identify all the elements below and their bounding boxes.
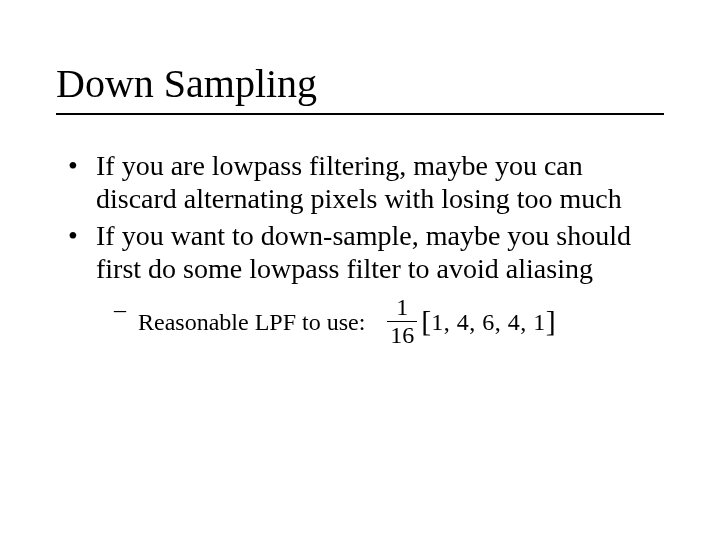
bullet-list: If you are lowpass filtering, maybe you … xyxy=(68,149,664,349)
bullet-text: If you are lowpass filtering, maybe you … xyxy=(96,150,622,214)
title-underline xyxy=(56,113,664,115)
lpf-formula: 1 16 [ 1, 4, 6, 4, 1 ] xyxy=(387,295,556,348)
fraction-denominator: 16 xyxy=(387,323,417,348)
sub-bullet-list: Reasonable LPF to use: 1 16 [ 1, 4, 6, 4… xyxy=(114,295,664,348)
filter-coefficients: 1, 4, 6, 4, 1 xyxy=(431,308,546,336)
list-item: If you are lowpass filtering, maybe you … xyxy=(68,149,664,215)
fraction: 1 16 xyxy=(387,295,417,348)
slide: Down Sampling If you are lowpass filteri… xyxy=(0,0,720,540)
sub-bullet-text: Reasonable LPF to use: xyxy=(138,308,365,336)
fraction-numerator: 1 xyxy=(393,295,411,320)
list-item: Reasonable LPF to use: 1 16 [ 1, 4, 6, 4… xyxy=(114,295,664,348)
left-bracket: [ xyxy=(421,306,431,336)
bullet-text: If you want to down-sample, maybe you sh… xyxy=(96,220,631,284)
slide-title: Down Sampling xyxy=(56,60,664,107)
list-item: If you want to down-sample, maybe you sh… xyxy=(68,219,664,348)
right-bracket: ] xyxy=(546,306,556,336)
